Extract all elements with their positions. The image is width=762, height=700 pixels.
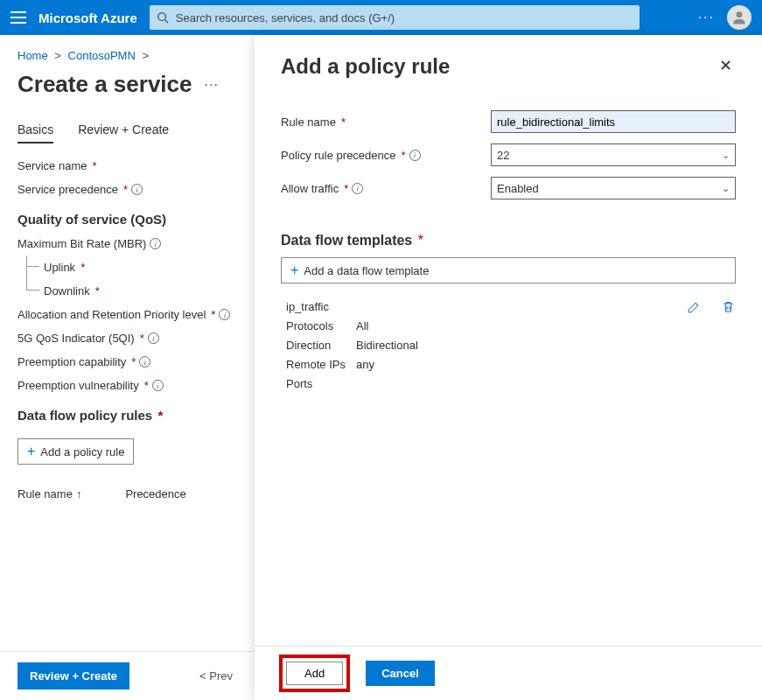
fiveqi-label: 5G QoS Indicator (5QI)*i — [17, 332, 159, 345]
templates-heading: Data flow templates * — [281, 233, 736, 248]
rule-name-label: Rule name* — [281, 116, 491, 129]
search-icon — [157, 11, 169, 24]
col-rule-name[interactable]: Rule name ↑ — [17, 487, 81, 500]
sort-up-icon: ↑ — [76, 487, 82, 500]
panel-footer: Add Cancel — [255, 646, 762, 700]
add-flow-template-button[interactable]: +Add a data flow template — [281, 257, 736, 284]
mbr-label: Maximum Bit Rate (MBR)i — [17, 237, 161, 250]
rules-table-header: Rule name ↑ Precedence — [17, 487, 254, 500]
add-button[interactable]: Add — [286, 662, 343, 685]
page-overflow-icon[interactable]: ··· — [204, 77, 218, 93]
flow-template-item: ip_traffic ProtocolsAll DirectionBidirec… — [281, 298, 736, 394]
downlink-label: Downlink* — [44, 284, 100, 298]
person-icon — [731, 9, 748, 26]
tab-review-create[interactable]: Review + Create — [78, 122, 169, 144]
allow-traffic-label: Allow traffic*i — [281, 182, 491, 195]
rule-precedence-select[interactable]: 22⌄ — [491, 144, 736, 166]
info-icon[interactable]: i — [150, 238, 161, 249]
panel-title: Add a policy rule — [281, 54, 450, 79]
info-icon[interactable]: i — [139, 356, 150, 368]
cancel-button[interactable]: Cancel — [366, 661, 435, 686]
brand-label: Microsoft Azure — [38, 10, 137, 25]
preempt-vul-label: Preemption vulnerability*i — [17, 379, 164, 392]
allow-traffic-select[interactable]: Enabled⌄ — [491, 177, 736, 200]
info-icon[interactable]: i — [352, 183, 363, 194]
service-name-label: Service name* — [17, 159, 97, 172]
breadcrumb-item[interactable]: ContosoPMN — [68, 49, 136, 62]
azure-topbar: Microsoft Azure Search resources, servic… — [0, 0, 762, 35]
global-search-input[interactable]: Search resources, services, and docs (G+… — [150, 5, 640, 30]
service-precedence-label: Service precedence*i — [17, 183, 143, 196]
rule-name-input[interactable] — [491, 110, 736, 133]
info-icon[interactable]: i — [131, 184, 143, 195]
uplink-label: Uplink* — [44, 261, 85, 274]
pencil-icon — [687, 299, 702, 314]
preempt-cap-label: Preemption capability*i — [17, 355, 150, 368]
template-name: ip_traffic — [286, 298, 687, 317]
svg-line-1 — [164, 20, 168, 24]
breadcrumb-home[interactable]: Home — [17, 49, 48, 62]
qos-heading: Quality of service (QoS) — [17, 212, 254, 227]
edit-template-button[interactable] — [687, 299, 702, 317]
add-button-highlight: Add — [279, 654, 350, 692]
col-precedence[interactable]: Precedence — [125, 487, 185, 500]
review-create-button[interactable]: Review + Create — [17, 662, 129, 690]
arp-label: Allocation and Retention Priority level*… — [17, 308, 230, 321]
page-title: Create a service — [17, 71, 192, 98]
info-icon[interactable]: i — [219, 309, 230, 320]
chevron-down-icon: ⌄ — [722, 150, 730, 161]
close-icon[interactable]: ✕ — [716, 54, 736, 77]
trash-icon — [721, 299, 736, 314]
add-policy-rule-panel: Add a policy rule ✕ Rule name* Policy ru… — [255, 35, 762, 700]
add-policy-rule-button[interactable]: +Add a policy rule — [17, 438, 134, 465]
previous-button[interactable]: < Prev — [199, 669, 233, 682]
chevron-down-icon: ⌄ — [722, 183, 730, 194]
info-icon[interactable]: i — [152, 380, 164, 391]
tab-basics[interactable]: Basics — [17, 122, 53, 144]
overflow-menu-icon[interactable]: ··· — [698, 10, 715, 25]
info-icon[interactable]: i — [409, 150, 421, 161]
search-placeholder: Search resources, services, and docs (G+… — [176, 11, 395, 24]
rules-heading: Data flow policy rules * — [17, 408, 254, 423]
user-avatar[interactable] — [727, 5, 752, 30]
plus-icon: + — [27, 444, 35, 458]
svg-point-2 — [737, 11, 743, 18]
delete-template-button[interactable] — [721, 299, 736, 317]
svg-point-0 — [158, 13, 166, 21]
rule-precedence-label: Policy rule precedence*i — [281, 149, 491, 162]
info-icon[interactable]: i — [148, 332, 159, 344]
hamburger-menu-icon[interactable] — [10, 11, 26, 24]
plus-icon: + — [290, 263, 298, 277]
